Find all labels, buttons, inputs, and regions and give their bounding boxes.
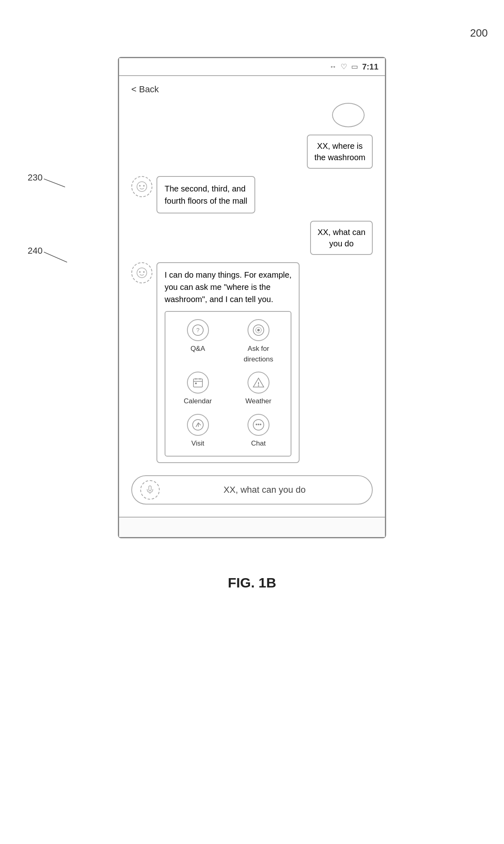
svg-line-6: [44, 179, 65, 187]
clock: 7:11: [362, 62, 378, 72]
svg-rect-35: [149, 486, 151, 491]
directions-label: Ask for directions: [243, 344, 273, 364]
input-text: XX, what can you do: [165, 485, 364, 495]
svg-point-33: [258, 424, 259, 425]
back-button[interactable]: < Back: [131, 84, 159, 95]
bottom-strip: [119, 517, 385, 537]
svg-point-12: [143, 185, 145, 187]
svg-point-34: [260, 424, 261, 425]
chat-icon: [248, 414, 269, 436]
svg-text:240: 240: [28, 246, 43, 256]
chat-area: XX, where is the washroom The second, th…: [131, 103, 373, 463]
mic-button[interactable]: [140, 480, 160, 500]
heart-icon: ♡: [341, 62, 347, 71]
assistant-message-1: The second, third, and fourth floors of …: [131, 176, 373, 213]
user-bubble-2: XX, what can you do: [310, 221, 373, 255]
svg-point-14: [139, 271, 141, 273]
screen-content: < Back XX, where is the washroom: [119, 76, 385, 517]
qa-icon: ?: [187, 319, 209, 341]
svg-rect-21: [193, 379, 202, 387]
user-message-2: XX, what can you do: [131, 221, 373, 255]
svg-point-15: [143, 271, 145, 273]
suggestion-visit[interactable]: Visit: [169, 414, 226, 449]
suggestion-weather[interactable]: Weather: [230, 372, 287, 407]
weather-label: Weather: [245, 396, 272, 407]
user-avatar: [332, 103, 365, 127]
user-bubble-1: XX, where is the washroom: [307, 135, 373, 169]
input-bar[interactable]: XX, what can you do: [131, 475, 373, 505]
status-icons: ↔ ♡ ▭ 7:11: [329, 62, 378, 72]
svg-text:?: ?: [196, 327, 200, 333]
suggestion-chat[interactable]: Chat: [230, 414, 287, 449]
suggestions-box: ? Q&A Ask for di: [165, 311, 291, 457]
svg-line-8: [44, 252, 67, 262]
directions-icon: [248, 319, 269, 341]
assistant-message-2: I can do many things. For example, you c…: [131, 262, 373, 463]
svg-point-29: [193, 420, 203, 430]
qa-label: Q&A: [191, 344, 205, 354]
status-bar: ↔ ♡ ▭ 7:11: [119, 58, 385, 76]
weather-icon: [248, 372, 269, 394]
calendar-label: Calendar: [184, 396, 212, 407]
svg-text:230: 230: [28, 172, 43, 183]
svg-point-10: [137, 182, 147, 191]
visit-icon: [187, 414, 209, 436]
chat-label: Chat: [251, 438, 266, 449]
suggestion-calendar[interactable]: Calendar: [169, 372, 226, 407]
assistant-bubble-1: The second, third, and fourth floors of …: [156, 176, 255, 213]
figure-caption: FIG. 1B: [228, 575, 276, 591]
suggestion-qa[interactable]: ? Q&A: [169, 319, 226, 364]
calendar-icon: [187, 372, 209, 394]
svg-point-32: [256, 424, 257, 425]
assistant-avatar-1: [131, 176, 152, 197]
svg-point-28: [258, 385, 259, 387]
svg-point-20: [257, 329, 260, 331]
battery-icon: ▭: [351, 62, 358, 71]
user-message-1: XX, where is the washroom: [131, 135, 373, 169]
suggestion-directions[interactable]: Ask for directions: [230, 319, 287, 364]
svg-point-13: [137, 268, 147, 278]
assistant-avatar-2: [131, 262, 152, 283]
svg-rect-25: [195, 383, 197, 384]
visit-label: Visit: [191, 438, 204, 449]
assistant-bubble-2: I can do many things. For example, you c…: [156, 262, 300, 463]
arrows-icon: ↔: [329, 63, 337, 71]
svg-point-11: [139, 185, 141, 187]
phone-frame: ↔ ♡ ▭ 7:11 < Back: [118, 57, 386, 538]
